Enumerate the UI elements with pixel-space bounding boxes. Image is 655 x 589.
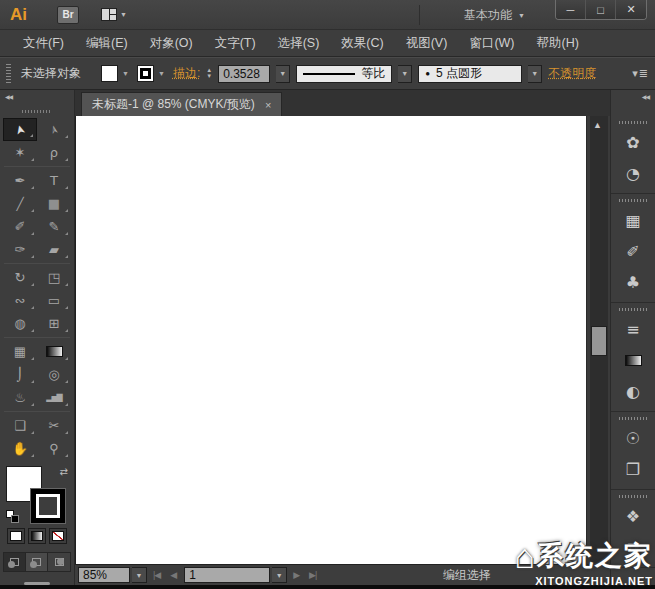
stroke-panel[interactable]: ≡ <box>611 314 655 345</box>
document-tab[interactable]: 未标题-1 @ 85% (CMYK/预览) × <box>81 92 282 116</box>
slice-tool[interactable]: ✂ <box>37 414 71 437</box>
brushes-panel[interactable]: ✐ <box>611 236 655 267</box>
type-tool[interactable]: T <box>37 169 71 192</box>
perspective-grid-tool[interactable]: ⊞ <box>37 312 71 335</box>
gradient-panel[interactable] <box>611 345 655 376</box>
stroke-profile-dropdown[interactable]: 等比 <box>296 65 392 83</box>
stroke-weight-dropdown[interactable]: ▼ <box>276 65 290 83</box>
workspace-switcher[interactable]: 基本功能 ▼ <box>464 7 525 24</box>
eraser-tool[interactable]: ▰ <box>37 238 71 261</box>
scale-tool[interactable]: ◳ <box>37 266 71 289</box>
pen-tool[interactable]: ✒ <box>3 169 37 192</box>
minimize-button[interactable]: ─ <box>556 0 586 19</box>
eyedropper-tool[interactable]: ⌡ <box>3 363 37 386</box>
free-transform-tool[interactable]: ▭ <box>37 289 71 312</box>
stroke-color-picker[interactable]: ▼ <box>137 65 167 82</box>
stroke-panel-link[interactable]: 描边: <box>173 65 200 82</box>
arrange-documents-button[interactable]: ▼ <box>101 8 127 21</box>
lasso-tool[interactable]: ρ <box>37 141 71 164</box>
stroke-color-box[interactable] <box>30 488 66 524</box>
menu-window[interactable]: 窗口(W) <box>458 30 525 56</box>
gradient-button[interactable] <box>28 528 46 544</box>
symbol-sprayer-tool[interactable]: ♨ <box>3 386 37 409</box>
previous-artboard-button[interactable]: ◀ <box>166 570 180 580</box>
control-panel-menu-icon[interactable]: ▾≣ <box>632 67 649 80</box>
drag-handle-icon[interactable] <box>619 308 647 311</box>
menu-type[interactable]: 文字(T) <box>204 30 267 56</box>
none-button[interactable] <box>49 528 67 544</box>
zoom-tool[interactable]: ⚲ <box>37 437 71 460</box>
artboard-tool[interactable]: ❑ <box>3 414 37 437</box>
draw-inside-mode[interactable] <box>48 553 70 571</box>
artboard-canvas[interactable] <box>75 116 586 564</box>
drag-handle-icon[interactable] <box>619 121 647 124</box>
bridge-button[interactable]: Br <box>57 6 79 24</box>
drag-handle-icon[interactable] <box>6 64 11 84</box>
menu-help[interactable]: 帮助(H) <box>526 30 590 56</box>
direct-selection-tool[interactable]: ➢ <box>37 118 71 141</box>
stroke-profile-dropdown-arrow[interactable]: ▼ <box>398 65 412 83</box>
vertical-scrollbar[interactable]: ▲ <box>586 116 610 564</box>
artboards-panel[interactable]: ⧉ <box>611 532 655 563</box>
zoom-dropdown[interactable]: ▼ <box>132 567 147 583</box>
artboard-number-input[interactable]: 1 <box>184 567 270 583</box>
width-tool[interactable]: ∾ <box>3 289 37 312</box>
transparency-panel[interactable]: ◐ <box>611 376 655 407</box>
selection-tool[interactable]: ➤ <box>3 118 37 141</box>
magic-wand-tool[interactable]: ✶ <box>3 141 37 164</box>
color-panel[interactable]: ✿ <box>611 127 655 158</box>
color-mode-buttons <box>7 528 67 544</box>
gradient-tool[interactable] <box>37 340 71 363</box>
color-button[interactable] <box>7 528 25 544</box>
hand-tool[interactable]: ✋ <box>3 437 37 460</box>
stroke-weight-input[interactable]: 0.3528 <box>218 65 270 83</box>
stroke-weight-stepper[interactable]: ▲▼ <box>206 68 212 79</box>
menu-object[interactable]: 对象(O) <box>139 30 204 56</box>
blob-brush-tool[interactable]: ✑ <box>3 238 37 261</box>
menu-view[interactable]: 视图(V) <box>395 30 459 56</box>
symbols-panel[interactable]: ♣ <box>611 267 655 298</box>
last-artboard-button[interactable]: ▶| <box>305 570 320 580</box>
scroll-up-icon[interactable]: ▲ <box>593 120 602 130</box>
toolbar-collapse-icon[interactable]: ◀◀ <box>5 93 12 100</box>
pencil-tool[interactable]: ✎ <box>37 215 71 238</box>
default-fill-stroke-icon[interactable] <box>6 510 19 523</box>
appearance-panel[interactable]: ☉ <box>611 423 655 454</box>
tab-close-icon[interactable]: × <box>265 99 271 111</box>
drag-handle-icon[interactable] <box>619 417 647 420</box>
menu-effect[interactable]: 效果(C) <box>330 30 394 56</box>
fill-color-picker[interactable]: ▼ <box>101 65 131 82</box>
artboard-dropdown[interactable]: ▼ <box>272 567 287 583</box>
draw-normal-mode[interactable] <box>4 553 26 571</box>
drag-handle-icon[interactable] <box>619 495 647 498</box>
menu-file[interactable]: 文件(F) <box>12 30 75 56</box>
brush-definition-dropdown[interactable]: ● 5 点圆形 <box>418 65 522 83</box>
menu-select[interactable]: 选择(S) <box>267 30 331 56</box>
menu-edit[interactable]: 编辑(E) <box>75 30 139 56</box>
color-guide-panel[interactable]: ◔ <box>611 158 655 189</box>
scrollbar-thumb[interactable] <box>591 326 607 356</box>
next-artboard-button[interactable]: ▶ <box>289 570 303 580</box>
mesh-tool[interactable]: ▦ <box>3 340 37 363</box>
close-button[interactable]: ✕ <box>616 0 646 19</box>
shape-builder-tool[interactable]: ◍ <box>3 312 37 335</box>
brush-dropdown-arrow[interactable]: ▼ <box>528 65 542 83</box>
graphic-styles-panel[interactable]: ❐ <box>611 454 655 485</box>
first-artboard-button[interactable]: |◀ <box>149 570 164 580</box>
swatches-panel[interactable]: ▦ <box>611 205 655 236</box>
swap-fill-stroke-icon[interactable]: ⇄ <box>60 466 68 477</box>
draw-behind-mode[interactable] <box>26 553 48 571</box>
layers-panel[interactable]: ❖ <box>611 501 655 532</box>
blend-tool[interactable]: ◎ <box>37 363 71 386</box>
zoom-level-input[interactable]: 85% <box>78 567 130 583</box>
paintbrush-tool[interactable]: ✐ <box>3 215 37 238</box>
opacity-panel-link[interactable]: 不透明度 <box>548 65 596 82</box>
panel-collapse-icon[interactable]: ◀◀ <box>642 93 649 100</box>
line-segment-tool[interactable]: ╱ <box>3 192 37 215</box>
drag-handle-icon[interactable] <box>619 199 647 202</box>
rectangle-tool[interactable]: ■ <box>37 192 71 215</box>
column-graph-tool[interactable]: ▂▅▇ <box>37 386 71 409</box>
maximize-button[interactable]: □ <box>586 0 616 19</box>
drag-handle-icon[interactable] <box>22 110 52 113</box>
rotate-tool[interactable]: ↻ <box>3 266 37 289</box>
